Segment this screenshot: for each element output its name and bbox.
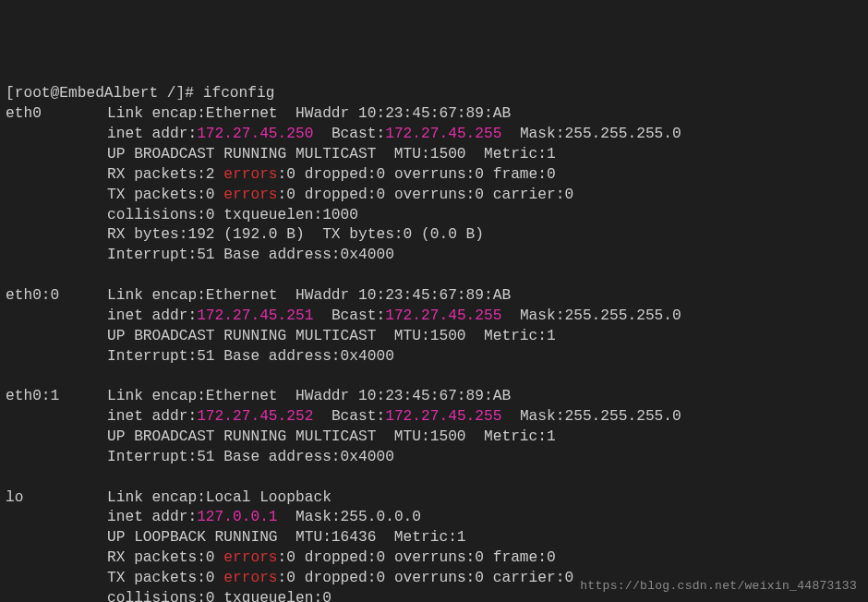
output-line: UP BROADCAST RUNNING MULTICAST MTU:1500 … [6, 327, 862, 347]
output-text: inet addr: [107, 307, 197, 324]
terminal-output: [root@EmbedAlbert /]# ifconfigeth0Link e… [6, 84, 862, 602]
output-line: TX packets:0 errors:0 dropped:0 overruns… [6, 186, 862, 206]
magenta-text: 172.27.45.250 [197, 126, 313, 142]
output-text: inet addr: [107, 408, 197, 425]
output-line: inet addr:127.0.0.1 Mask:255.0.0.0 [6, 508, 862, 528]
output-line: loLink encap:Local Loopback [6, 488, 862, 509]
output-line: UP BROADCAST RUNNING MULTICAST MTU:1500 … [6, 427, 862, 448]
magenta-text: 172.27.45.251 [197, 307, 313, 324]
red-text: errors [223, 570, 277, 586]
magenta-text: 127.0.0.1 [197, 509, 277, 525]
output-text: UP LOOPBACK RUNNING MTU:16436 Metric:1 [107, 529, 466, 546]
output-line: Interrupt:51 Base address:0x4000 [6, 448, 862, 468]
output-text: UP BROADCAST RUNNING MULTICAST MTU:1500 … [107, 328, 556, 344]
magenta-text: 172.27.45.252 [197, 408, 313, 425]
prompt-line: [root@EmbedAlbert /]# ifconfig [6, 84, 862, 104]
output-text: Link encap:Ethernet HWaddr 10:23:45:67:8… [107, 105, 529, 122]
output-text: Bcast: [313, 307, 385, 324]
output-line: UP LOOPBACK RUNNING MTU:16436 Metric:1 [6, 528, 862, 548]
output-text: :0 dropped:0 overruns:0 frame:0 [278, 549, 556, 566]
interface-name: eth0 [6, 104, 107, 125]
output-text: Mask:255.255.255.0 [501, 307, 681, 324]
output-text: Mask:255.0.0.0 [278, 509, 421, 525]
output-text: UP BROADCAST RUNNING MULTICAST MTU:1500 … [107, 146, 556, 163]
output-line: eth0Link encap:Ethernet HWaddr 10:23:45:… [6, 104, 862, 125]
output-line: Interrupt:51 Base address:0x4000 [6, 246, 862, 266]
output-text: Interrupt:51 Base address:0x4000 [107, 247, 394, 263]
blank-line [6, 468, 862, 488]
blank-line [6, 266, 862, 286]
interface-name: eth0:0 [6, 286, 107, 307]
output-text: collisions:0 txqueuelen:1000 [107, 207, 368, 223]
output-text: Link encap:Local Loopback [107, 489, 349, 506]
output-text: inet addr: [107, 126, 197, 142]
interface-name: eth0:1 [6, 387, 107, 407]
output-line: RX bytes:192 (192.0 B) TX bytes:0 (0.0 B… [6, 225, 862, 246]
output-text: RX bytes:192 (192.0 B) TX bytes:0 (0.0 B… [107, 226, 484, 243]
output-text: Bcast: [313, 126, 385, 142]
interface-name: lo [6, 488, 107, 509]
output-text: Mask:255.255.255.0 [501, 126, 681, 142]
output-text: Mask:255.255.255.0 [501, 408, 681, 425]
blank-line [6, 367, 862, 387]
output-line: eth0:1Link encap:Ethernet HWaddr 10:23:4… [6, 387, 862, 407]
output-text: RX packets:2 [107, 166, 223, 183]
magenta-text: 172.27.45.255 [385, 307, 501, 324]
red-text: errors [223, 549, 277, 566]
output-line: inet addr:172.27.45.251 Bcast:172.27.45.… [6, 307, 862, 327]
output-text: collisions:0 txqueuelen:0 [107, 590, 341, 602]
output-line: collisions:0 txqueuelen:1000 [6, 206, 862, 226]
output-line: UP BROADCAST RUNNING MULTICAST MTU:1500 … [6, 145, 862, 165]
watermark-text: https://blog.csdn.net/weixin_44873133 [580, 578, 857, 595]
output-text: UP BROADCAST RUNNING MULTICAST MTU:1500 … [107, 428, 556, 445]
output-text: inet addr: [107, 509, 197, 525]
output-line: inet addr:172.27.45.250 Bcast:172.27.45.… [6, 125, 862, 145]
shell-prompt: [root@EmbedAlbert /]# ifconfig [6, 85, 274, 102]
output-text: :0 dropped:0 overruns:0 frame:0 [278, 166, 556, 183]
output-text: TX packets:0 [107, 187, 223, 203]
output-text: Link encap:Ethernet HWaddr 10:23:45:67:8… [107, 287, 529, 304]
magenta-text: 172.27.45.255 [385, 126, 501, 142]
output-text: Link encap:Ethernet HWaddr 10:23:45:67:8… [107, 388, 529, 404]
red-text: errors [223, 166, 277, 183]
magenta-text: 172.27.45.255 [385, 408, 501, 425]
output-line: RX packets:2 errors:0 dropped:0 overruns… [6, 165, 862, 186]
output-text: Interrupt:51 Base address:0x4000 [107, 449, 394, 465]
output-line: Interrupt:51 Base address:0x4000 [6, 347, 862, 367]
output-line: eth0:0Link encap:Ethernet HWaddr 10:23:4… [6, 286, 862, 307]
output-text: Bcast: [313, 408, 385, 425]
output-text: :0 dropped:0 overruns:0 carrier:0 [278, 570, 574, 586]
output-text: RX packets:0 [107, 549, 223, 566]
output-text: :0 dropped:0 overruns:0 carrier:0 [278, 187, 574, 203]
output-line: RX packets:0 errors:0 dropped:0 overruns… [6, 548, 862, 569]
output-text: TX packets:0 [107, 570, 223, 586]
output-line: inet addr:172.27.45.252 Bcast:172.27.45.… [6, 407, 862, 427]
red-text: errors [223, 187, 277, 203]
output-text: Interrupt:51 Base address:0x4000 [107, 348, 394, 365]
